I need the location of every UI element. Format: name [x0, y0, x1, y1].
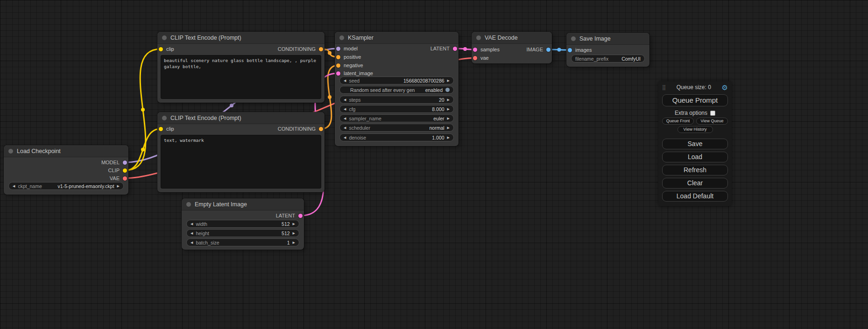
clear-button[interactable]: Clear — [662, 178, 728, 189]
save-button[interactable]: Save — [662, 139, 728, 149]
refresh-button[interactable]: Refresh — [662, 165, 728, 175]
node-titlebar[interactable]: CLIP Text Encode (Prompt) — [157, 112, 325, 124]
widget-sampler_name[interactable]: ◀sampler_nameeuler▶ — [339, 114, 454, 122]
input-dot-icon[interactable] — [568, 48, 572, 52]
input-slot-negative[interactable]: negative — [336, 62, 363, 69]
output-slot-IMAGE[interactable]: IMAGE — [527, 46, 550, 53]
collapse-dot-icon[interactable] — [8, 149, 13, 154]
graph-canvas[interactable]: Load CheckpointMODELCLIPVAE◀ckpt_namev1-… — [0, 0, 868, 329]
increment-arrow-icon[interactable]: ▶ — [447, 79, 450, 83]
output-slot-CLIP[interactable]: CLIP — [108, 167, 127, 174]
decrement-arrow-icon[interactable]: ◀ — [344, 126, 346, 130]
input-dot-icon[interactable] — [159, 127, 163, 131]
increment-arrow-icon[interactable]: ▶ — [447, 98, 450, 102]
prompt-textarea[interactable]: beautiful scenery nature glass bottle la… — [161, 55, 321, 99]
node-clip-text-encode-negative[interactable]: CLIP Text Encode (Prompt)clipCONDITIONIN… — [157, 112, 325, 192]
view-queue-button[interactable]: View Queue — [696, 118, 728, 125]
node-titlebar[interactable]: CLIP Text Encode (Prompt) — [157, 32, 325, 44]
output-dot-icon[interactable] — [453, 47, 457, 51]
input-slot-clip[interactable]: clip — [159, 45, 174, 53]
node-empty-latent-image[interactable]: Empty Latent ImageLATENT◀width512▶◀heigh… — [182, 198, 304, 250]
increment-arrow-icon[interactable]: ▶ — [117, 184, 120, 188]
link-midpoint-dot[interactable] — [141, 148, 145, 152]
widget-width[interactable]: ◀width512▶ — [186, 220, 299, 228]
output-dot-icon[interactable] — [319, 127, 323, 131]
link-midpoint-dot[interactable] — [328, 95, 332, 99]
prompt-textarea[interactable]: text, watermark — [161, 135, 321, 189]
increment-arrow-icon[interactable]: ▶ — [293, 231, 295, 235]
input-dot-icon[interactable] — [336, 47, 340, 51]
node-save-image[interactable]: Save Imageimagesfilename_prefixComfyUI — [566, 33, 649, 67]
collapse-dot-icon[interactable] — [162, 116, 167, 120]
view-history-button[interactable]: View History — [677, 126, 713, 133]
link-midpoint-dot[interactable] — [463, 47, 467, 51]
decrement-arrow-icon[interactable]: ◀ — [13, 184, 15, 188]
collapse-dot-icon[interactable] — [186, 202, 191, 207]
queue-prompt-button[interactable]: Queue Prompt — [662, 94, 728, 106]
input-slot-model[interactable]: model — [336, 45, 358, 52]
input-dot-icon[interactable] — [473, 48, 477, 52]
load-button[interactable]: Load — [662, 152, 728, 162]
drag-handle-icon[interactable]: ⣿ — [662, 84, 666, 91]
link-midpoint-dot[interactable] — [141, 108, 145, 112]
input-dot-icon[interactable] — [336, 63, 340, 68]
widget-batch_size[interactable]: ◀batch_size1▶ — [186, 238, 299, 246]
widget-cfg[interactable]: ◀cfg8.000▶ — [339, 105, 454, 113]
node-titlebar[interactable]: KSampler — [335, 32, 459, 44]
node-vae-decode[interactable]: VAE DecodesamplesvaeIMAGE — [472, 32, 552, 63]
increment-arrow-icon[interactable]: ▶ — [447, 126, 450, 130]
output-slot-CONDITIONING[interactable]: CONDITIONING — [278, 125, 323, 133]
input-slot-clip[interactable]: clip — [159, 125, 174, 133]
widget-scheduler[interactable]: ◀schedulernormal▶ — [339, 124, 454, 132]
widget-denoise[interactable]: ◀denoise1.000▶ — [339, 133, 454, 141]
widget-filename_prefix[interactable]: filename_prefixComfyUI — [571, 55, 645, 63]
output-slot-CONDITIONING[interactable]: CONDITIONING — [278, 45, 323, 53]
increment-arrow-icon[interactable]: ▶ — [447, 136, 450, 140]
collapse-dot-icon[interactable] — [476, 35, 481, 40]
increment-arrow-icon[interactable]: ▶ — [293, 222, 295, 226]
output-slot-LATENT[interactable]: LATENT — [430, 45, 457, 52]
link-midpoint-dot[interactable] — [230, 104, 233, 107]
input-dot-icon[interactable] — [336, 71, 340, 76]
load-default-button[interactable]: Load Default — [662, 191, 728, 202]
node-titlebar[interactable]: Save Image — [566, 33, 649, 45]
settings-gear-icon[interactable]: ⚙ — [722, 84, 728, 91]
decrement-arrow-icon[interactable]: ◀ — [191, 222, 193, 226]
decrement-arrow-icon[interactable]: ◀ — [344, 79, 346, 83]
widget-Random-seed-after-every-gen[interactable]: Random seed after every genenabled — [339, 86, 454, 94]
collapse-dot-icon[interactable] — [571, 36, 576, 41]
decrement-arrow-icon[interactable]: ◀ — [344, 98, 346, 102]
widget-ckpt_name[interactable]: ◀ckpt_namev1-5-pruned-emaonly.ckpt▶ — [8, 182, 124, 190]
input-slot-vae[interactable]: vae — [473, 54, 489, 62]
increment-arrow-icon[interactable]: ▶ — [293, 241, 295, 245]
output-dot-icon[interactable] — [123, 176, 127, 181]
node-clip-text-encode-positive[interactable]: CLIP Text Encode (Prompt)clipCONDITIONIN… — [157, 32, 325, 103]
decrement-arrow-icon[interactable]: ◀ — [191, 231, 193, 235]
output-dot-icon[interactable] — [546, 48, 550, 52]
decrement-arrow-icon[interactable]: ◀ — [191, 241, 193, 245]
node-titlebar[interactable]: Load Checkpoint — [4, 145, 128, 157]
output-slot-MODEL[interactable]: MODEL — [101, 159, 127, 166]
output-dot-icon[interactable] — [123, 168, 127, 173]
output-dot-icon[interactable] — [319, 47, 323, 51]
output-dot-icon[interactable] — [298, 214, 303, 218]
node-titlebar[interactable]: VAE Decode — [472, 32, 552, 44]
link-midpoint-dot[interactable] — [328, 51, 332, 55]
decrement-arrow-icon[interactable]: ◀ — [344, 136, 346, 140]
collapse-dot-icon[interactable] — [339, 35, 344, 40]
output-slot-VAE[interactable]: VAE — [110, 175, 127, 182]
widget-seed[interactable]: ◀seed156680208700286▶ — [339, 77, 454, 84]
increment-arrow-icon[interactable]: ▶ — [447, 107, 450, 111]
widget-height[interactable]: ◀height512▶ — [186, 229, 299, 237]
widget-steps[interactable]: ◀steps20▶ — [339, 96, 454, 104]
node-titlebar[interactable]: Empty Latent Image — [182, 198, 304, 210]
input-dot-icon[interactable] — [473, 56, 477, 60]
output-slot-LATENT[interactable]: LATENT — [276, 212, 303, 219]
node-ksampler[interactable]: KSamplermodelpositivenegativelatent_imag… — [335, 32, 459, 146]
output-dot-icon[interactable] — [123, 161, 127, 165]
queue-front-button[interactable]: Queue Front — [662, 118, 694, 125]
input-slot-images[interactable]: images — [568, 46, 592, 54]
input-slot-samples[interactable]: samples — [473, 46, 500, 53]
node-load-checkpoint[interactable]: Load CheckpointMODELCLIPVAE◀ckpt_namev1-… — [4, 145, 128, 195]
link-midpoint-dot[interactable] — [557, 48, 561, 52]
